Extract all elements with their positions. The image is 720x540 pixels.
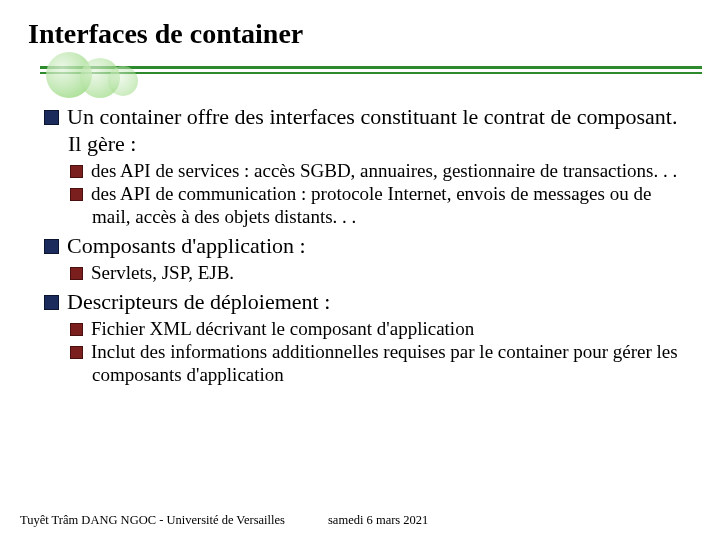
bullet-level1: Composants d'application : <box>44 233 690 260</box>
bullet-text: des API de services : accès SGBD, annuai… <box>91 160 677 181</box>
rule-top <box>40 66 702 69</box>
title-decoration <box>0 56 720 100</box>
circle-decoration <box>108 66 138 96</box>
footer-author: Tuyêt Trâm DANG NGOC - Université de Ver… <box>20 513 285 528</box>
bullet-text: Un container offre des interfaces consti… <box>67 104 677 156</box>
bullet-text: Fichier XML décrivant le composant d'app… <box>91 318 474 339</box>
square-bullet-icon <box>44 239 59 254</box>
bullet-level2: Fichier XML décrivant le composant d'app… <box>70 318 690 341</box>
square-bullet-icon <box>70 188 83 201</box>
footer-date: samedi 6 mars 2021 <box>328 513 428 528</box>
bullet-text: des API de communication : protocole Int… <box>91 183 651 227</box>
square-bullet-icon <box>70 165 83 178</box>
bullet-text: Inclut des informations additionnelles r… <box>91 341 678 385</box>
bullet-level2: Inclut des informations additionnelles r… <box>70 341 690 387</box>
square-bullet-icon <box>70 267 83 280</box>
bullet-level2: des API de communication : protocole Int… <box>70 183 690 229</box>
bullet-level1: Un container offre des interfaces consti… <box>44 104 690 158</box>
square-bullet-icon <box>44 295 59 310</box>
bullet-text: Servlets, JSP, EJB. <box>91 262 234 283</box>
rule-bottom <box>40 72 702 74</box>
slide-title: Interfaces de container <box>28 18 720 50</box>
bullet-level2: des API de services : accès SGBD, annuai… <box>70 160 690 183</box>
bullet-level1: Descripteurs de déploiement : <box>44 289 690 316</box>
bullet-text: Descripteurs de déploiement : <box>67 289 330 314</box>
square-bullet-icon <box>70 323 83 336</box>
square-bullet-icon <box>70 346 83 359</box>
bullet-text: Composants d'application : <box>67 233 306 258</box>
bullet-level2: Servlets, JSP, EJB. <box>70 262 690 285</box>
slide-body: Un container offre des interfaces consti… <box>44 104 690 387</box>
square-bullet-icon <box>44 110 59 125</box>
